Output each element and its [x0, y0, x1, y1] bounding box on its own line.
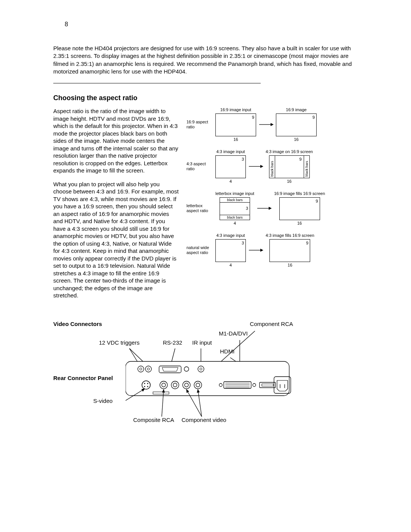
arrow-icon: [256, 206, 272, 211]
dim-w: 16: [297, 221, 302, 225]
dim-w: 4: [229, 179, 232, 184]
aspect-diagram-column: 16:9 aspect ratio 16:9 image input 9 16 …: [186, 107, 358, 275]
page-number: 8: [65, 21, 68, 28]
label-component-rca: Component RCA: [250, 321, 293, 327]
heading-aspect-ratio: Choosing the aspect ratio: [53, 94, 358, 102]
video-connectors-section: Video Connectors Component RCA M1-DA/DVI…: [53, 321, 358, 441]
black-bars-bottom: black bars: [220, 215, 250, 220]
dim-h: 9: [252, 115, 254, 120]
svg-marker-1: [271, 123, 274, 126]
dim-w: 16: [233, 137, 238, 142]
svg-point-27: [147, 383, 148, 384]
input-title: letterbox image input: [215, 191, 254, 196]
dim-h: 9: [312, 115, 315, 120]
dim-w: 16: [287, 179, 292, 184]
black-bars-label: black bars: [304, 161, 308, 176]
input-title: 4:3 image input: [216, 149, 245, 154]
dim-w: 4: [234, 221, 236, 225]
svg-marker-7: [260, 249, 263, 252]
diagram-row-letterbox: letterbox aspect ratio letterbox image i…: [186, 191, 358, 225]
aspect-paragraph-1: Aspect ratio is the ratio of the image w…: [53, 107, 179, 174]
video-connectors-heading: Video Connectors: [53, 321, 102, 327]
rear-panel-illustration: [126, 331, 339, 419]
dim-w: 16: [288, 263, 292, 267]
svg-point-29: [147, 386, 148, 387]
row-label: 16:9 aspect ratio: [186, 120, 213, 129]
input-title: 4:3 image input: [216, 233, 245, 238]
output-title: 4:3 image on 16:9 screen: [266, 149, 313, 154]
dim-h: 3: [242, 157, 244, 161]
aspect-text-column: Aspect ratio is the ratio of the image w…: [53, 107, 179, 305]
section-divider: [53, 83, 261, 83]
manual-page: 8 Please note the HD404 projectors are d…: [0, 0, 411, 487]
row-label: 4:3 aspect ratio: [186, 161, 213, 171]
diagram-row-169: 16:9 aspect ratio 16:9 image input 9 16 …: [186, 107, 358, 142]
svg-point-26: [144, 383, 145, 384]
arrow-icon: [248, 248, 263, 252]
dim-h: 3: [246, 206, 248, 211]
intro-paragraph: Please note the HD404 projectors are des…: [53, 45, 358, 75]
diagram-row-43: 4:3 aspect ratio 4:3 image input 3 4 4:3…: [186, 149, 358, 184]
svg-marker-3: [260, 165, 263, 168]
aspect-ratio-section: Aspect ratio is the ratio of the image w…: [53, 107, 358, 305]
black-bars-label: black bars: [270, 161, 274, 176]
svg-marker-5: [269, 207, 272, 210]
row-label: natural wide aspect ratio: [186, 245, 213, 255]
output-title: 16:9 image fills 16:9 screen: [274, 191, 325, 196]
svg-point-28: [144, 386, 145, 387]
aspect-paragraph-2: What you plan to project will also help …: [53, 181, 179, 299]
output-title: 16:9 image: [286, 107, 306, 112]
black-bars-top: black bars: [220, 198, 250, 203]
dim-h: 9: [306, 241, 308, 245]
diagram-row-naturalwide: natural wide aspect ratio 4:3 image inpu…: [186, 233, 358, 267]
row-label: letterbox aspect ratio: [186, 203, 213, 213]
output-title: 4:3 image fills 16:9 screen: [266, 233, 314, 238]
dim-h: 9: [315, 199, 318, 203]
arrow-icon: [248, 164, 263, 169]
dim-w: 16: [294, 137, 298, 142]
arrow-icon: [258, 122, 274, 127]
input-title: 16:9 image input: [220, 107, 251, 112]
label-svideo: S-video: [93, 398, 113, 404]
dim-w: 4: [229, 263, 232, 267]
rear-connector-panel-heading: Rear Connector Panel: [53, 375, 113, 381]
dim-h: 3: [242, 241, 244, 245]
dim-h: 9: [299, 157, 301, 161]
